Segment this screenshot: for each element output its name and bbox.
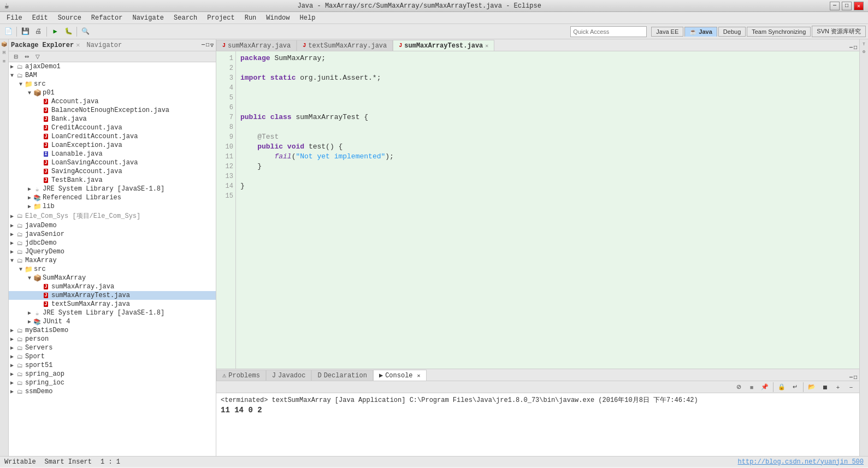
tree-item[interactable]: ▶🗂Sport: [9, 352, 216, 361]
tab-close-icon[interactable]: ✕: [485, 43, 488, 49]
tree-item[interactable]: ▼🗂MaxArray: [9, 256, 216, 265]
print-button[interactable]: 🖨: [32, 26, 44, 38]
bottom-tab-declaration[interactable]: D Declaration: [311, 370, 373, 381]
console-tab-close[interactable]: ✕: [417, 372, 421, 379]
perspective-team-sync[interactable]: Team Synchronizing: [747, 27, 811, 37]
editor-tab-summaxarray[interactable]: J sumMaxArray.java: [216, 40, 297, 51]
pe-view-menu[interactable]: ▽: [33, 52, 43, 62]
tree-item[interactable]: ▼📦SumMaxArray: [9, 274, 216, 282]
close-button[interactable]: ✕: [854, 2, 864, 10]
menu-item-run[interactable]: Run: [240, 13, 261, 23]
console-word-wrap[interactable]: ↵: [789, 381, 801, 393]
save-button[interactable]: 💾: [19, 26, 31, 38]
tree-item[interactable]: ▶🗂javaDemo: [9, 221, 216, 230]
tree-item[interactable]: ILoanable.java: [9, 150, 216, 158]
console-new[interactable]: +: [832, 381, 844, 393]
menu-item-window[interactable]: Window: [262, 13, 294, 23]
editor-tab-summaxarraytest[interactable]: J sumMaxArrayTest.java ✕: [393, 40, 494, 51]
new-button[interactable]: 📄: [2, 26, 14, 38]
tree-item[interactable]: JSavingAccount.java: [9, 167, 216, 176]
perspective-javaee[interactable]: Java EE: [651, 27, 683, 37]
code-content[interactable]: package SumMaxArray; import static org.j…: [236, 51, 859, 369]
tree-item[interactable]: JBank.java: [9, 115, 216, 123]
editor-minimize-icon[interactable]: ─: [849, 45, 853, 51]
menu-item-navigate[interactable]: Navigate: [128, 13, 168, 23]
perspective-java[interactable]: ☕ Java: [684, 27, 717, 37]
console-remove[interactable]: −: [845, 381, 857, 393]
menu-item-file[interactable]: File: [2, 13, 27, 23]
menu-item-search[interactable]: Search: [169, 13, 202, 23]
tree-item[interactable]: ▶🗂ssmDemo: [9, 387, 216, 396]
menu-item-source[interactable]: Source: [54, 13, 86, 23]
pe-minimize-icon[interactable]: ─: [202, 42, 205, 49]
menu-item-refactor[interactable]: Refactor: [87, 13, 127, 23]
window-controls[interactable]: ─ □ ✕: [830, 2, 864, 10]
tree-item[interactable]: ▼🗂BAM: [9, 71, 216, 80]
console-pin-btn[interactable]: 📌: [759, 381, 771, 393]
tree-item[interactable]: JLoanSavingAccount.java: [9, 158, 216, 167]
tree-item[interactable]: ▶☕JRE System Library [JavaSE-1.8]: [9, 309, 216, 317]
tree-item[interactable]: JsumMaxArray.java: [9, 282, 216, 291]
tree-item[interactable]: ▼📁src: [9, 265, 216, 274]
tree-item[interactable]: ▶🗂jdbcDemo: [9, 239, 216, 247]
tree-item[interactable]: ▶🗂Servers: [9, 343, 216, 352]
menu-item-project[interactable]: Project: [203, 13, 239, 23]
right-icon-1[interactable]: T: [860, 42, 868, 49]
tree-item[interactable]: JLoanException.java: [9, 141, 216, 150]
perspective-debug[interactable]: Debug: [718, 27, 746, 37]
run-button[interactable]: ▶: [49, 26, 61, 38]
tree-item[interactable]: JLoanCreditAccount.java: [9, 132, 216, 141]
tree-item[interactable]: ▶📚Referenced Libraries: [9, 193, 216, 202]
editor-tab-textsummaxarray[interactable]: J textSumMaxArray.java: [297, 40, 393, 51]
bottom-maximize-icon[interactable]: □: [854, 375, 857, 381]
tree-item[interactable]: ▶☕JRE System Library [JavaSE-1.8]: [9, 185, 216, 193]
tree-item[interactable]: JTestBank.java: [9, 176, 216, 185]
tree-item[interactable]: ▼📦p01: [9, 88, 216, 97]
menu-item-help[interactable]: Help: [296, 13, 320, 23]
menu-item-edit[interactable]: Edit: [28, 13, 52, 23]
tree-item[interactable]: ▶🗂myBatisDemo: [9, 326, 216, 335]
code-editor[interactable]: 12345 678910 1112131415 package SumMaxAr…: [216, 51, 859, 369]
tree-item[interactable]: ▶🗂ajaxDemo1: [9, 62, 216, 71]
tree-item[interactable]: JAccount.java: [9, 97, 216, 106]
right-icon-2[interactable]: ⚙: [860, 49, 868, 57]
tree-item[interactable]: ▶🗂javaSenior: [9, 230, 216, 239]
tree-item[interactable]: ▶🗂spring_ioc: [9, 378, 216, 387]
debug-button[interactable]: 🐛: [62, 26, 74, 38]
perspective-svn[interactable]: SVN 资源库研究: [812, 26, 866, 37]
search-button[interactable]: 🔍: [79, 26, 91, 38]
bottom-tab-problems[interactable]: ⚠ Problems: [216, 370, 266, 381]
tree-item[interactable]: JBalanceNotEnoughException.java: [9, 106, 216, 115]
console-terminate[interactable]: ⏹: [819, 381, 831, 393]
tree-item[interactable]: ▶🗂Ele_Com_Sys [项目/Ele_Com_Sys]: [9, 211, 216, 221]
tree-item[interactable]: ▶📚JUnit 4: [9, 317, 216, 326]
type-hierarchy-icon[interactable]: H: [1, 50, 8, 58]
tree-item[interactable]: JCreditAccount.java: [9, 123, 216, 132]
pe-collapse-all[interactable]: ⊟: [11, 52, 21, 62]
console-stop-btn[interactable]: ■: [746, 381, 758, 393]
console-scroll-lock[interactable]: 🔒: [776, 381, 788, 393]
console-clear-btn[interactable]: ⊘: [733, 381, 745, 393]
tree-item[interactable]: ▶🗂sport51: [9, 361, 216, 370]
outline-icon[interactable]: ≡: [1, 59, 8, 67]
maximize-button[interactable]: □: [842, 2, 852, 10]
pe-menu-icon[interactable]: ▽: [210, 42, 214, 49]
tree-item[interactable]: ▶📁lib: [9, 202, 216, 211]
package-explorer-icon[interactable]: 📦: [1, 42, 8, 49]
bottom-tab-console[interactable]: ▶ Console ✕: [373, 370, 427, 381]
minimize-button[interactable]: ─: [830, 2, 840, 10]
tree-item[interactable]: ▶🗂JQueryDemo: [9, 247, 216, 256]
tree-item[interactable]: JtextSumMaxArray.java: [9, 300, 216, 309]
status-link[interactable]: http://blog.csdn.net/yuanjin_500: [738, 458, 864, 466]
pe-maximize-icon[interactable]: □: [206, 42, 209, 49]
console-open-file[interactable]: 📂: [806, 381, 818, 393]
editor-maximize-icon[interactable]: □: [854, 45, 857, 51]
tree-item[interactable]: ▶🗂spring_aop: [9, 370, 216, 378]
tree-item[interactable]: JsumMaxArrayTest.java: [9, 291, 216, 300]
pe-link-editor[interactable]: ⇔: [22, 52, 32, 62]
tree-item[interactable]: ▼📁src: [9, 80, 216, 88]
pe-tab-navigator[interactable]: Navigator: [86, 42, 122, 49]
tree-item[interactable]: ▶🗂person: [9, 335, 216, 343]
quick-access-input[interactable]: [570, 26, 647, 37]
bottom-tab-javadoc[interactable]: J Javadoc: [266, 370, 312, 381]
